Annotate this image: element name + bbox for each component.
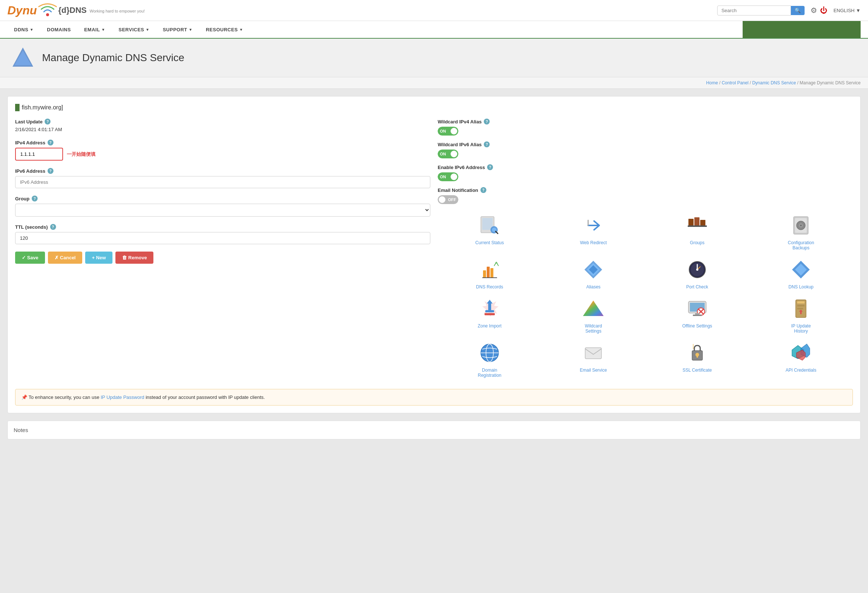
toggle-on-indicator-3: ON bbox=[438, 172, 458, 181]
icon-item-domain-registration[interactable]: DomainRegistration bbox=[441, 341, 538, 378]
nav-arrow-email: ▼ bbox=[101, 28, 105, 32]
search-input[interactable] bbox=[717, 6, 791, 15]
nav-item-ddns[interactable]: DDNS ▼ bbox=[7, 21, 40, 38]
form-right: Wildcard IPv4 Alias ? ON Wildcard IPv6 A… bbox=[438, 119, 853, 381]
nav-item-domains[interactable]: DOMAINS bbox=[40, 21, 77, 38]
form-layout: Last Update ? 2/16/2021 4:01:17 AM IPv4 … bbox=[15, 119, 853, 381]
offline-settings-icon bbox=[685, 297, 709, 321]
ip-update-password-link[interactable]: IP Update Password bbox=[101, 394, 144, 400]
icon-item-web-redirect[interactable]: Web Redirect bbox=[545, 213, 642, 250]
security-notice: 📌 To enhance security, you can use IP Up… bbox=[15, 389, 853, 406]
wildcard-ipv6-toggle[interactable]: ON bbox=[438, 150, 458, 158]
wildcard-ipv6-help-icon[interactable]: ? bbox=[484, 141, 490, 147]
icon-item-current-status[interactable]: Current Status bbox=[441, 213, 538, 250]
ttl-help-icon[interactable]: ? bbox=[50, 224, 56, 230]
port-check-label: Port Check bbox=[686, 284, 708, 290]
icon-item-ssl-certificate[interactable]: SSL Certificate bbox=[649, 341, 745, 378]
search-button[interactable]: 🔍 bbox=[791, 6, 805, 15]
ttl-group: TTL (seconds) ? bbox=[15, 224, 430, 244]
ipv6-input[interactable] bbox=[15, 176, 430, 188]
icon-item-api-credentials[interactable]: API Credentials bbox=[753, 341, 850, 378]
ipv4-help-icon[interactable]: ? bbox=[47, 140, 53, 146]
groups-icon bbox=[685, 213, 709, 237]
save-button[interactable]: ✓ Save bbox=[15, 252, 45, 264]
email-notification-help-icon[interactable]: ? bbox=[480, 187, 486, 193]
svg-rect-48 bbox=[585, 348, 601, 359]
dns-records-icon bbox=[478, 258, 502, 281]
ttl-label: TTL (seconds) bbox=[15, 224, 48, 230]
api-credentials-label: API Credentials bbox=[786, 368, 816, 373]
gear-icon[interactable]: ⚙ bbox=[810, 6, 817, 15]
breadcrumb-sep2: / bbox=[750, 80, 752, 85]
wildcard-ipv4-toggle[interactable]: ON bbox=[438, 127, 458, 135]
wildcard-settings-icon bbox=[582, 297, 605, 321]
dns-records-label: DNS Records bbox=[476, 284, 503, 290]
icon-item-wildcard-settings[interactable]: WildcardSettings bbox=[545, 297, 642, 334]
icon-item-dns-records[interactable]: DNS Records bbox=[441, 258, 538, 290]
svg-rect-51 bbox=[697, 355, 698, 358]
svg-rect-9 bbox=[694, 217, 700, 225]
icon-item-port-check[interactable]: Port Check bbox=[649, 258, 745, 290]
web-redirect-label: Web Redirect bbox=[580, 240, 607, 245]
breadcrumb-home[interactable]: Home bbox=[706, 80, 718, 85]
breadcrumb-sep3: / bbox=[797, 80, 800, 85]
icon-item-dns-lookup[interactable]: DNS Lookup bbox=[753, 258, 850, 290]
breadcrumb-dns-service[interactable]: Dynamic DNS Service bbox=[752, 80, 796, 85]
port-check-icon bbox=[685, 258, 709, 281]
pin-icon: 📌 bbox=[21, 394, 27, 400]
main-content: fish.mywire.org] Last Update ? 2/16/2021… bbox=[0, 89, 868, 447]
ip-update-history-label: IP UpdateHistory bbox=[791, 324, 811, 334]
icon-item-zone-import[interactable]: Zone Import bbox=[441, 297, 538, 334]
email-notification-toggle[interactable]: OFF bbox=[438, 195, 458, 204]
new-button[interactable]: + New bbox=[85, 252, 112, 264]
email-service-icon bbox=[582, 341, 605, 365]
wildcard-ipv4-group: Wildcard IPv4 Alias ? ON bbox=[438, 119, 853, 135]
group-label: Group bbox=[15, 196, 30, 202]
ipv6-group: IPv6 Address ? bbox=[15, 168, 430, 188]
language-selector[interactable]: ENGLISH ▼ bbox=[833, 8, 861, 13]
nav-item-email[interactable]: EMAIL ▼ bbox=[77, 21, 112, 38]
nav-item-resources[interactable]: RESOURCES ▼ bbox=[199, 21, 249, 38]
ipv4-input[interactable] bbox=[15, 148, 63, 160]
zone-import-icon bbox=[478, 297, 502, 321]
email-notification-label: Email Notification bbox=[438, 187, 478, 193]
svg-point-16 bbox=[800, 225, 802, 226]
configuration-backups-label: ConfigurationBackups bbox=[788, 240, 814, 250]
nav-item-services[interactable]: SERVICES ▼ bbox=[112, 21, 156, 38]
icon-item-aliases[interactable]: Aliases bbox=[545, 258, 642, 290]
enable-ipv6-toggle[interactable]: ON bbox=[438, 172, 458, 181]
ipv6-help-icon[interactable]: ? bbox=[47, 168, 53, 174]
last-update-group: Last Update ? 2/16/2021 4:01:17 AM bbox=[15, 119, 430, 132]
group-help-icon[interactable]: ? bbox=[32, 196, 38, 202]
icon-item-email-service[interactable]: Email Service bbox=[545, 341, 642, 378]
breadcrumb-control-panel[interactable]: Control Panel bbox=[722, 80, 748, 85]
power-icon[interactable]: ⏻ bbox=[820, 6, 827, 15]
group-group: Group ? bbox=[15, 196, 430, 216]
cancel-button[interactable]: ✗ Cancel bbox=[48, 252, 82, 264]
wildcard-ipv4-help-icon[interactable]: ? bbox=[484, 119, 490, 125]
svg-marker-2 bbox=[15, 50, 31, 65]
domain-label: fish.mywire.org] bbox=[15, 104, 853, 111]
header-right: 🔍 ⚙ ⏻ ENGLISH ▼ bbox=[717, 6, 861, 15]
ipv4-group: IPv4 Address ? 一开始随便填 bbox=[15, 140, 430, 160]
icon-item-offline-settings[interactable]: Offline Settings bbox=[649, 297, 745, 334]
icon-item-ip-update-history[interactable]: IP UpdateHistory bbox=[753, 297, 850, 334]
enable-ipv6-help-icon[interactable]: ? bbox=[487, 164, 493, 170]
enable-ipv6-label: Enable IPv6 Address bbox=[438, 165, 485, 170]
enable-ipv6-group: Enable IPv6 Address ? ON bbox=[438, 164, 853, 181]
ipv4-label: IPv4 Address bbox=[15, 140, 45, 146]
group-select[interactable] bbox=[15, 204, 430, 216]
last-update-help-icon[interactable]: ? bbox=[44, 119, 50, 125]
wildcard-settings-label: WildcardSettings bbox=[585, 324, 602, 334]
page-header: Manage Dynamic DNS Service bbox=[0, 39, 868, 77]
form-left: Last Update ? 2/16/2021 4:01:17 AM IPv4 … bbox=[15, 119, 430, 381]
svg-rect-42 bbox=[797, 305, 805, 306]
remove-button[interactable]: 🗑 Remove bbox=[115, 252, 154, 264]
nav-item-support[interactable]: SUPPORT ▼ bbox=[156, 21, 199, 38]
wildcard-ipv6-label: Wildcard IPv6 Alias bbox=[438, 142, 481, 147]
ttl-input[interactable] bbox=[15, 232, 430, 244]
icon-item-groups[interactable]: Groups bbox=[649, 213, 745, 250]
icon-item-configuration-backups[interactable]: ConfigurationBackups bbox=[753, 213, 850, 250]
svg-point-27 bbox=[696, 268, 698, 271]
current-status-icon bbox=[478, 213, 502, 237]
